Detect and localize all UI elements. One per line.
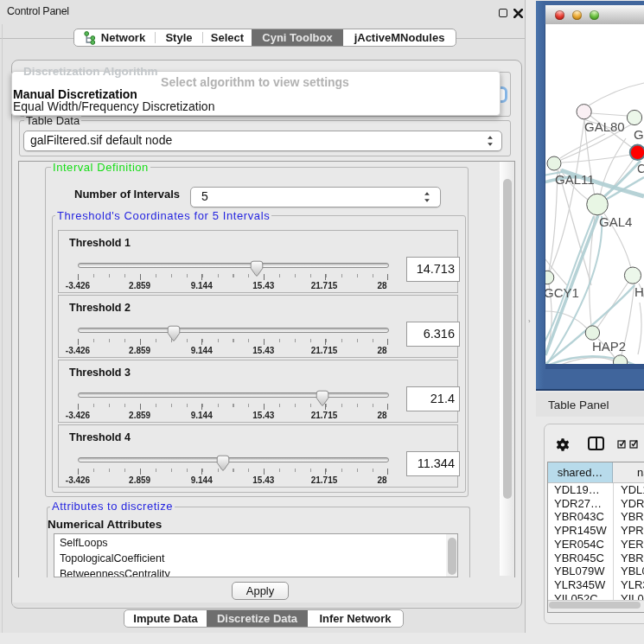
- svg-text:GAL4: GAL4: [599, 214, 632, 229]
- svg-text:GAL11: GAL11: [555, 172, 595, 187]
- svg-text:GCY1: GCY1: [545, 285, 579, 300]
- svg-text:GAL80: GAL80: [584, 119, 625, 134]
- svg-text:H: H: [634, 284, 644, 299]
- svg-text:GA: GA: [634, 127, 644, 142]
- svg-text:HAP2: HAP2: [592, 339, 626, 354]
- svg-text:CA: CA: [637, 162, 644, 175]
